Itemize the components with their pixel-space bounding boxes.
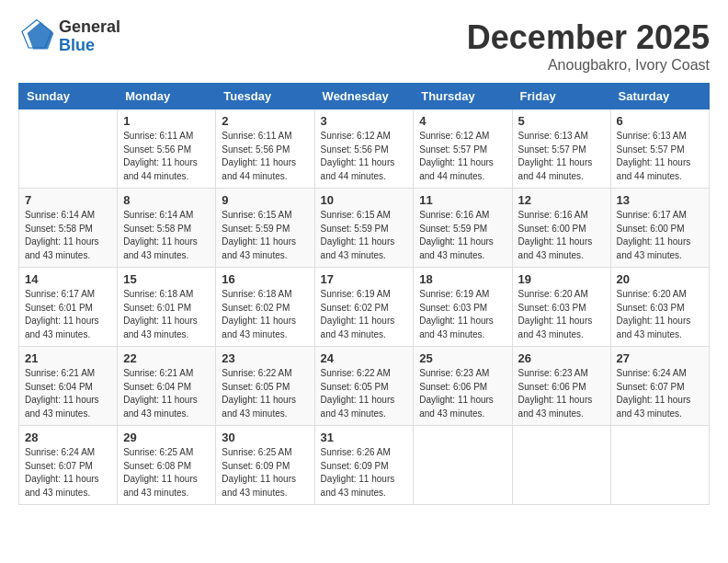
calendar-cell: 20Sunrise: 6:20 AMSunset: 6:03 PMDayligh… [610, 268, 709, 347]
day-number: 12 [518, 193, 605, 207]
calendar-cell: 18Sunrise: 6:19 AMSunset: 6:03 PMDayligh… [414, 268, 512, 347]
day-info: Sunrise: 6:25 AMSunset: 6:09 PMDaylight:… [222, 446, 308, 500]
day-info: Sunrise: 6:15 AMSunset: 5:59 PMDaylight:… [321, 209, 408, 262]
calendar-cell: 13Sunrise: 6:17 AMSunset: 6:00 PMDayligh… [610, 189, 709, 268]
day-number: 16 [222, 272, 308, 286]
day-info: Sunrise: 6:22 AMSunset: 6:05 PMDaylight:… [222, 367, 308, 420]
calendar-cell: 11Sunrise: 6:16 AMSunset: 5:59 PMDayligh… [414, 189, 512, 268]
day-number: 23 [222, 351, 308, 365]
calendar-cell [512, 426, 610, 505]
day-number: 4 [419, 114, 506, 128]
day-info: Sunrise: 6:12 AMSunset: 5:56 PMDaylight:… [321, 130, 408, 183]
day-number: 28 [25, 431, 111, 444]
day-number: 22 [123, 351, 210, 365]
day-info: Sunrise: 6:13 AMSunset: 5:57 PMDaylight:… [518, 130, 605, 183]
day-number: 18 [419, 272, 506, 286]
day-info: Sunrise: 6:26 AMSunset: 6:09 PMDaylight:… [321, 446, 408, 500]
calendar-cell: 12Sunrise: 6:16 AMSunset: 6:00 PMDayligh… [512, 189, 610, 268]
day-number: 26 [518, 351, 605, 365]
day-info: Sunrise: 6:21 AMSunset: 6:04 PMDaylight:… [25, 367, 111, 420]
logo: General Blue [18, 18, 120, 55]
calendar-table: SundayMondayTuesdayWednesdayThursdayFrid… [18, 83, 710, 505]
day-info: Sunrise: 6:20 AMSunset: 6:03 PMDaylight:… [518, 288, 605, 341]
day-info: Sunrise: 6:19 AMSunset: 6:02 PMDaylight:… [321, 288, 408, 341]
day-info: Sunrise: 6:20 AMSunset: 6:03 PMDaylight:… [617, 288, 703, 341]
calendar-cell: 16Sunrise: 6:18 AMSunset: 6:02 PMDayligh… [216, 268, 314, 347]
calendar-cell [610, 426, 709, 505]
day-info: Sunrise: 6:24 AMSunset: 6:07 PMDaylight:… [25, 446, 111, 500]
day-info: Sunrise: 6:18 AMSunset: 6:02 PMDaylight:… [222, 288, 308, 341]
general-blue-logo-icon [18, 18, 55, 55]
day-number: 24 [321, 351, 408, 365]
calendar-cell: 26Sunrise: 6:23 AMSunset: 6:06 PMDayligh… [512, 347, 610, 426]
calendar-cell: 25Sunrise: 6:23 AMSunset: 6:06 PMDayligh… [414, 347, 512, 426]
title-block: December 2025 Anougbakro, Ivory Coast [467, 18, 710, 74]
day-info: Sunrise: 6:15 AMSunset: 5:59 PMDaylight:… [222, 209, 308, 262]
calendar-cell: 27Sunrise: 6:24 AMSunset: 6:07 PMDayligh… [610, 347, 709, 426]
day-info: Sunrise: 6:12 AMSunset: 5:57 PMDaylight:… [419, 130, 506, 183]
day-info: Sunrise: 6:14 AMSunset: 5:58 PMDaylight:… [25, 209, 111, 262]
calendar-week-1: 1Sunrise: 6:11 AMSunset: 5:56 PMDaylight… [19, 109, 710, 189]
day-info: Sunrise: 6:16 AMSunset: 5:59 PMDaylight:… [419, 209, 506, 262]
calendar-cell: 3Sunrise: 6:12 AMSunset: 5:56 PMDaylight… [314, 109, 414, 189]
calendar-cell: 21Sunrise: 6:21 AMSunset: 6:04 PMDayligh… [19, 347, 118, 426]
calendar-cell: 9Sunrise: 6:15 AMSunset: 5:59 PMDaylight… [216, 189, 314, 268]
day-number: 14 [25, 272, 111, 286]
day-header-wednesday: Wednesday [314, 84, 414, 109]
calendar-cell: 15Sunrise: 6:18 AMSunset: 6:01 PMDayligh… [118, 268, 216, 347]
day-number: 31 [321, 431, 408, 444]
day-number: 19 [518, 272, 605, 286]
calendar-cell: 31Sunrise: 6:26 AMSunset: 6:09 PMDayligh… [314, 426, 414, 505]
day-number: 15 [123, 272, 210, 286]
day-number: 21 [25, 351, 111, 365]
day-number: 5 [518, 114, 605, 128]
day-number: 20 [617, 272, 703, 286]
day-header-thursday: Thursday [414, 84, 512, 109]
calendar-cell: 19Sunrise: 6:20 AMSunset: 6:03 PMDayligh… [512, 268, 610, 347]
day-info: Sunrise: 6:16 AMSunset: 6:00 PMDaylight:… [518, 209, 605, 262]
calendar-cell: 29Sunrise: 6:25 AMSunset: 6:08 PMDayligh… [118, 426, 216, 505]
calendar-cell: 1Sunrise: 6:11 AMSunset: 5:56 PMDaylight… [118, 109, 216, 189]
day-info: Sunrise: 6:19 AMSunset: 6:03 PMDaylight:… [419, 288, 506, 341]
day-number: 30 [222, 431, 308, 444]
calendar-cell [19, 109, 118, 189]
calendar-cell: 8Sunrise: 6:14 AMSunset: 5:58 PMDaylight… [118, 189, 216, 268]
calendar-cell: 5Sunrise: 6:13 AMSunset: 5:57 PMDaylight… [512, 109, 610, 189]
page-header: General Blue December 2025 Anougbakro, I… [18, 18, 710, 74]
day-number: 2 [222, 114, 308, 128]
calendar-cell: 2Sunrise: 6:11 AMSunset: 5:56 PMDaylight… [216, 109, 314, 189]
day-number: 17 [321, 272, 408, 286]
day-number: 13 [617, 193, 703, 207]
day-number: 11 [419, 193, 506, 207]
day-number: 7 [25, 193, 111, 207]
calendar-cell: 28Sunrise: 6:24 AMSunset: 6:07 PMDayligh… [19, 426, 118, 505]
day-info: Sunrise: 6:22 AMSunset: 6:05 PMDaylight:… [321, 367, 408, 420]
logo-general: General [59, 18, 120, 37]
day-number: 1 [123, 114, 210, 128]
day-number: 8 [123, 193, 210, 207]
calendar-cell: 24Sunrise: 6:22 AMSunset: 6:05 PMDayligh… [314, 347, 414, 426]
calendar-cell: 30Sunrise: 6:25 AMSunset: 6:09 PMDayligh… [216, 426, 314, 505]
calendar-week-5: 28Sunrise: 6:24 AMSunset: 6:07 PMDayligh… [19, 426, 710, 505]
location: Anougbakro, Ivory Coast [467, 57, 710, 74]
day-number: 10 [321, 193, 408, 207]
day-info: Sunrise: 6:17 AMSunset: 6:00 PMDaylight:… [617, 209, 703, 262]
day-info: Sunrise: 6:23 AMSunset: 6:06 PMDaylight:… [518, 367, 605, 420]
calendar-cell: 17Sunrise: 6:19 AMSunset: 6:02 PMDayligh… [314, 268, 414, 347]
day-info: Sunrise: 6:23 AMSunset: 6:06 PMDaylight:… [419, 367, 506, 420]
calendar-cell [414, 426, 512, 505]
calendar-week-4: 21Sunrise: 6:21 AMSunset: 6:04 PMDayligh… [19, 347, 710, 426]
day-number: 3 [321, 114, 408, 128]
day-info: Sunrise: 6:11 AMSunset: 5:56 PMDaylight:… [222, 130, 308, 183]
day-info: Sunrise: 6:17 AMSunset: 6:01 PMDaylight:… [25, 288, 111, 341]
day-header-tuesday: Tuesday [216, 84, 314, 109]
day-number: 6 [617, 114, 703, 128]
calendar-cell: 6Sunrise: 6:13 AMSunset: 5:57 PMDaylight… [610, 109, 709, 189]
calendar-week-3: 14Sunrise: 6:17 AMSunset: 6:01 PMDayligh… [19, 268, 710, 347]
month-title: December 2025 [467, 18, 710, 57]
day-number: 27 [617, 351, 703, 365]
day-header-saturday: Saturday [610, 84, 709, 109]
calendar-header-row: SundayMondayTuesdayWednesdayThursdayFrid… [19, 84, 710, 109]
calendar-cell: 4Sunrise: 6:12 AMSunset: 5:57 PMDaylight… [414, 109, 512, 189]
day-info: Sunrise: 6:24 AMSunset: 6:07 PMDaylight:… [617, 367, 703, 420]
